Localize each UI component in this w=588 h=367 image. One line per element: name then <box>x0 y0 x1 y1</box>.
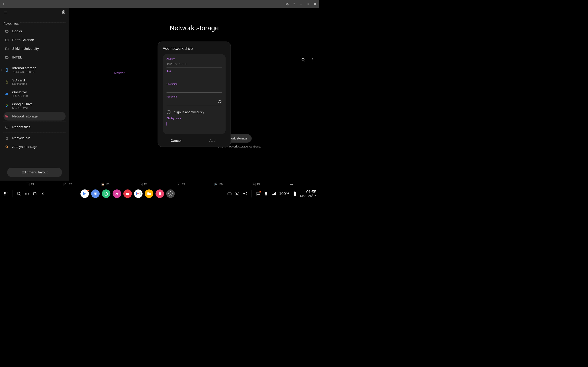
signal-icon[interactable] <box>271 191 276 196</box>
app-gallery-icon[interactable] <box>112 190 121 198</box>
address-input[interactable] <box>166 60 222 67</box>
restore-icon[interactable] <box>306 2 310 6</box>
fkey-f4[interactable]: ▢F4 <box>139 183 147 186</box>
app-store-icon[interactable] <box>123 190 132 198</box>
svg-rect-36 <box>228 193 231 195</box>
app-notes-icon[interactable] <box>156 190 164 198</box>
apps-grid-icon[interactable] <box>3 191 9 196</box>
datetime[interactable]: 01:55 Mon, 26/06 <box>300 190 316 198</box>
app-gmail-icon[interactable] <box>134 190 143 198</box>
paste-icon: 📋 <box>101 183 105 186</box>
battery-percentage: 100% <box>279 191 289 196</box>
settings-icon[interactable] <box>61 10 65 14</box>
sidebar-fav-earth-science[interactable]: Earth Science <box>3 35 65 44</box>
app-browser-icon[interactable] <box>91 190 100 198</box>
show-password-icon[interactable] <box>217 100 222 104</box>
menu-icon[interactable] <box>3 10 7 14</box>
svg-point-27 <box>95 193 96 194</box>
sign-in-anonymously-row[interactable]: Sign in anonymously <box>166 108 222 117</box>
address-label: Address <box>166 58 222 60</box>
home-icon[interactable] <box>32 191 38 196</box>
taskbar-search-icon[interactable] <box>16 191 22 196</box>
wifi-icon[interactable] <box>264 191 268 196</box>
sidebar-item-sublabel: 79.64 GB / 128 GB <box>12 70 36 74</box>
sidebar-onedrive[interactable]: OneDrive 4.51 GB free <box>3 88 65 100</box>
display-name-label: Display name <box>166 117 222 120</box>
dialog-overlay: Add network drive Address Port Username <box>69 8 319 181</box>
username-input[interactable] <box>166 86 222 93</box>
cloud-icon <box>5 92 9 96</box>
sidebar-item-label: Earth Science <box>12 38 34 42</box>
svg-point-20 <box>7 193 7 194</box>
fkey-f7[interactable]: ⎘F7 <box>252 183 260 186</box>
sidebar-item-label: Internal storage <box>12 66 36 70</box>
fkey-f3[interactable]: 📋F3 <box>101 183 110 186</box>
sidebar-recycle-bin[interactable]: Recycle bin <box>3 134 65 142</box>
svg-rect-40 <box>273 194 274 195</box>
anonymous-checkbox[interactable] <box>167 110 170 114</box>
sidebar-internal-storage[interactable]: Internal storage 79.64 GB / 128 GB <box>3 64 65 76</box>
sidebar-item-label: Recycle bin <box>12 136 30 140</box>
add-network-drive-dialog: Add network drive Address Port Username <box>157 42 231 147</box>
display-name-input[interactable] <box>166 120 222 127</box>
screenshot-icon[interactable] <box>285 2 289 6</box>
back-icon[interactable] <box>2 2 6 6</box>
refresh-icon: ⟳ <box>26 183 29 186</box>
app-my-files-icon[interactable] <box>145 190 153 198</box>
sidebar-item-sublabel: 4.51 GB free <box>12 94 28 98</box>
svg-point-16 <box>5 192 6 193</box>
app-files-icon[interactable] <box>102 190 111 198</box>
add-button[interactable]: Add <box>194 135 231 147</box>
favourites-heading: Favourites <box>3 22 19 26</box>
screen-icon: ▢ <box>139 183 142 186</box>
nav-back-icon[interactable] <box>40 191 45 196</box>
sidebar-google-drive[interactable]: Google Drive 6.07 GB free <box>3 100 65 112</box>
minimize-icon[interactable] <box>299 2 303 6</box>
sidebar-recent-files[interactable]: Recent files <box>3 123 65 131</box>
password-input[interactable] <box>166 98 217 105</box>
folder-icon <box>5 38 9 42</box>
sidebar-network-storage[interactable]: Network storage <box>3 112 65 121</box>
folder-icon <box>5 55 9 59</box>
chevron-right-icon <box>1 69 3 71</box>
sidebar: Favourites Books Earth Science Sikkim Un… <box>0 8 69 181</box>
dialog-title: Add network drive <box>163 47 226 51</box>
copy-icon: ❐ <box>64 183 67 186</box>
anonymous-label: Sign in anonymously <box>174 110 204 114</box>
svg-point-18 <box>4 193 5 194</box>
screenshot-icon[interactable] <box>235 191 240 196</box>
svg-point-15 <box>4 192 5 193</box>
svg-point-35 <box>170 193 171 194</box>
edit-menu-layout-button[interactable]: Edit menu layout <box>7 168 62 177</box>
folder-icon <box>5 47 9 51</box>
keyboard-icon[interactable] <box>227 191 232 196</box>
fkey-f6[interactable]: 🔍F6 <box>215 183 223 186</box>
svg-point-21 <box>4 194 5 195</box>
svg-rect-39 <box>272 194 273 195</box>
fkey-f1[interactable]: ⟳F1 <box>26 183 34 186</box>
app-play-store-icon[interactable] <box>80 190 89 198</box>
sidebar-item-label: Recent files <box>12 125 30 129</box>
sidebar-fav-sikkim-university[interactable]: Sikkim University <box>3 44 65 53</box>
chat-icon[interactable] <box>256 191 261 196</box>
volume-icon[interactable] <box>242 191 247 196</box>
sidebar-sd-card[interactable]: SD card Not inserted <box>3 76 65 88</box>
pin-icon[interactable] <box>292 2 296 6</box>
svg-rect-0 <box>286 3 288 5</box>
svg-rect-41 <box>274 193 275 195</box>
fkey-more[interactable]: ⋯ <box>290 183 293 186</box>
sidebar-fav-books[interactable]: Books <box>3 27 65 35</box>
app-settings-icon[interactable] <box>166 190 175 198</box>
close-icon[interactable] <box>313 2 317 6</box>
port-input[interactable] <box>166 73 222 80</box>
svg-point-19 <box>5 193 6 194</box>
fkey-f2[interactable]: ❐F2 <box>64 183 72 186</box>
sidebar-item-label: OneDrive <box>12 90 28 94</box>
svg-rect-42 <box>275 192 276 195</box>
fkey-f5[interactable]: TF5 <box>177 183 185 186</box>
sidebar-fav-intel[interactable]: INTEL <box>3 53 65 62</box>
sidebar-item-label: Sikkim University <box>12 47 39 51</box>
recent-apps-icon[interactable] <box>24 191 30 196</box>
sidebar-analyse-storage[interactable]: Analyse storage <box>3 142 65 151</box>
cancel-button[interactable]: Cancel <box>158 135 194 147</box>
